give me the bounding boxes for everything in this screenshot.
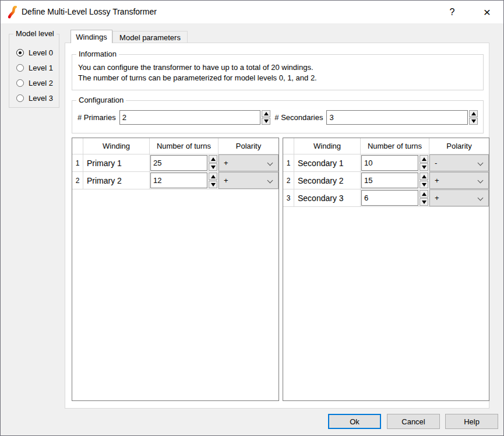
chevron-down-icon — [267, 178, 273, 184]
primaries-spin-buttons — [262, 110, 270, 125]
spin-down-button[interactable] — [420, 181, 428, 188]
ok-button[interactable]: Ok — [328, 414, 381, 429]
window-title: Define Multi-Level Lossy Transformer — [22, 7, 157, 16]
up-triangle-icon — [211, 157, 216, 161]
radio-dot-icon — [19, 51, 22, 54]
polarity-dropdown[interactable]: + — [429, 189, 489, 206]
polarity-value: + — [435, 176, 439, 185]
tab-label: Model parameters — [119, 33, 181, 42]
app-logo-icon — [7, 6, 20, 19]
row-number-header — [283, 138, 294, 154]
turns-spinbox: 12 — [150, 173, 217, 188]
spin-down-button[interactable] — [262, 118, 270, 125]
polarity-cell: + — [218, 154, 279, 171]
tab-windings[interactable]: Windings — [71, 30, 112, 43]
table-row: 1 Secondary 1 10 - — [283, 154, 489, 172]
turns-spinbox: 15 — [361, 173, 428, 188]
turns-input[interactable]: 10 — [361, 155, 418, 171]
secondaries-spin-buttons — [469, 110, 478, 125]
turns-input[interactable]: 25 — [150, 155, 207, 171]
radio-level-0[interactable]: Level 0 — [16, 45, 53, 60]
turns-cell: 10 — [361, 154, 429, 171]
up-triangle-icon — [264, 112, 269, 115]
polarity-column-header: Polarity — [429, 138, 489, 154]
turns-spinbox: 6 — [361, 190, 428, 206]
radio-level-3[interactable]: Level 3 — [16, 90, 53, 106]
polarity-dropdown[interactable]: + — [429, 172, 489, 189]
information-line-1: You can configure the transformer to hav… — [78, 62, 317, 73]
polarity-cell: + — [218, 172, 279, 189]
turns-column-header: Number of turns — [150, 138, 218, 154]
model-level-group: Model level Level 0 Level 1 Level 2 Leve… — [9, 34, 59, 108]
turns-spinbox: 10 — [361, 155, 428, 171]
spin-down-button[interactable] — [420, 163, 428, 171]
spin-up-button[interactable] — [420, 155, 428, 163]
down-triangle-icon — [422, 201, 427, 204]
secondaries-input[interactable]: 3 — [326, 110, 468, 125]
polarity-cell: + — [429, 189, 489, 206]
spin-up-button[interactable] — [420, 190, 428, 198]
polarity-value: - — [435, 159, 437, 167]
spin-down-button[interactable] — [469, 118, 478, 125]
radio-icon — [16, 94, 24, 102]
down-triangle-icon — [211, 166, 216, 169]
winding-name: Secondary 1 — [294, 154, 361, 171]
polarity-cell: - — [429, 154, 489, 171]
radio-level-1[interactable]: Level 1 — [16, 60, 53, 75]
row-number: 1 — [72, 154, 83, 171]
polarity-column-header: Polarity — [218, 138, 279, 154]
information-text: You can configure the transformer to hav… — [78, 62, 317, 83]
polarity-dropdown[interactable]: + — [218, 172, 279, 189]
spin-up-button[interactable] — [209, 173, 217, 180]
close-icon[interactable]: × — [474, 1, 501, 23]
turns-cell: 12 — [150, 172, 218, 189]
radio-icon — [16, 49, 24, 57]
turns-spin-buttons — [420, 173, 428, 188]
spin-down-button[interactable] — [209, 163, 217, 171]
tab-model-parameters[interactable]: Model parameters — [112, 31, 188, 43]
titlebar: Define Multi-Level Lossy Transformer ? × — [1, 1, 503, 23]
up-triangle-icon — [422, 175, 427, 178]
help-titlebar-button[interactable]: ? — [439, 1, 466, 23]
spin-up-button[interactable] — [262, 110, 270, 117]
chevron-down-icon — [478, 160, 484, 166]
turns-spin-buttons — [209, 173, 217, 188]
turns-cell: 15 — [361, 172, 429, 189]
spin-up-button[interactable] — [420, 173, 428, 180]
down-triangle-icon — [211, 183, 216, 187]
radio-label: Level 2 — [29, 79, 53, 87]
spin-down-button[interactable] — [420, 198, 428, 206]
up-triangle-icon — [211, 175, 216, 178]
row-number: 2 — [283, 172, 294, 189]
up-triangle-icon — [471, 112, 476, 115]
radio-label: Level 3 — [29, 94, 53, 103]
down-triangle-icon — [264, 119, 269, 123]
polarity-dropdown[interactable]: - — [429, 154, 489, 171]
row-number: 3 — [283, 189, 294, 206]
primaries-input[interactable]: 2 — [119, 110, 261, 125]
turns-input[interactable]: 12 — [150, 173, 207, 188]
radio-level-2[interactable]: Level 2 — [16, 75, 53, 90]
table-row: 3 Secondary 3 6 + — [283, 189, 489, 207]
winding-column-header: Winding — [83, 138, 150, 154]
up-triangle-icon — [422, 157, 427, 161]
row-number: 2 — [72, 172, 83, 189]
polarity-dropdown[interactable]: + — [218, 154, 279, 171]
spin-up-button[interactable] — [209, 155, 217, 163]
secondary-windings-table: Winding Number of turns Polarity 1 Secon… — [283, 138, 489, 401]
turns-spin-buttons — [420, 190, 428, 206]
polarity-value: + — [224, 176, 228, 185]
help-button[interactable]: Help — [445, 414, 498, 429]
turns-input[interactable]: 15 — [361, 173, 418, 188]
cancel-button[interactable]: Cancel — [387, 414, 440, 429]
primary-windings-table: Winding Number of turns Polarity 1 Prima… — [72, 138, 279, 401]
information-group: Information You can configure the transf… — [72, 54, 484, 90]
down-triangle-icon — [471, 119, 476, 123]
winding-column-header: Winding — [294, 138, 361, 154]
spin-down-button[interactable] — [209, 181, 217, 188]
row-number: 1 — [283, 154, 294, 171]
turns-input[interactable]: 6 — [361, 190, 418, 206]
polarity-cell: + — [429, 172, 489, 189]
spin-up-button[interactable] — [469, 110, 478, 117]
chevron-down-icon — [478, 195, 484, 201]
